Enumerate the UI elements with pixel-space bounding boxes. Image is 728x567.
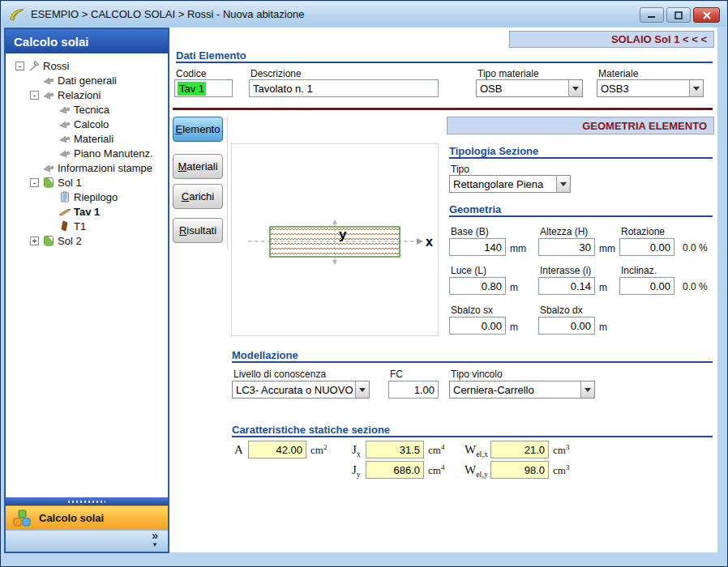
tree-item-tav-1[interactable]: Tav 1 bbox=[6, 204, 168, 219]
materiale-select[interactable]: OSB3 bbox=[597, 79, 704, 97]
wely-field[interactable] bbox=[490, 461, 549, 479]
geometria-elemento-banner: GEOMETRIA ELEMENTO bbox=[447, 117, 714, 134]
minimize-button[interactable] bbox=[640, 7, 664, 23]
sbalzo-dx-unit: m bbox=[599, 322, 607, 333]
tree-item-riepilogo[interactable]: Riepilogo bbox=[6, 190, 168, 204]
interasse-field[interactable] bbox=[538, 277, 595, 295]
collapse-icon[interactable]: - bbox=[30, 178, 39, 187]
geometria-rule bbox=[449, 215, 713, 217]
tree-item-label: Riepilogo bbox=[74, 191, 118, 203]
altezza-field[interactable] bbox=[538, 238, 595, 256]
sbalzo-dx-field[interactable] bbox=[538, 317, 595, 335]
luce-unit: m bbox=[510, 282, 518, 293]
inclinaz-label: Inclinaz. bbox=[621, 265, 657, 276]
tab-risultati[interactable]: Risultati bbox=[173, 218, 223, 243]
dropdown-arrow-icon[interactable] bbox=[556, 176, 570, 192]
altezza-unit: mm bbox=[599, 243, 615, 254]
sbalzo-dx-label: Sbalzo dx bbox=[540, 305, 583, 316]
tree-item-sol-1[interactable]: - Sol 1 bbox=[6, 175, 168, 190]
tree-item-dati-generali[interactable]: Dati generali bbox=[6, 73, 168, 87]
tree-item-label: Rossi bbox=[43, 60, 70, 72]
chevron-down-icon[interactable]: ▼ bbox=[152, 540, 158, 549]
arrow-icon bbox=[58, 147, 71, 159]
tree-item-calcolo[interactable]: Calcolo bbox=[6, 117, 168, 131]
close-button[interactable] bbox=[693, 7, 720, 23]
materiale-label: Materiale bbox=[598, 68, 638, 79]
interasse-unit: m bbox=[599, 282, 607, 293]
welx-field[interactable] bbox=[490, 441, 549, 458]
rotazione-field[interactable] bbox=[619, 238, 674, 256]
area-symbol: A bbox=[234, 443, 243, 458]
maximize-button[interactable] bbox=[666, 7, 691, 23]
title-bar: ESEMPIO > CALCOLO SOLAI > Rossi - Nuova … bbox=[2, 2, 726, 27]
descrizione-field[interactable] bbox=[249, 79, 439, 97]
tree-item-rossi[interactable]: - Rossi bbox=[6, 58, 168, 73]
livello-conoscenza-select[interactable]: LC3- Accurata o NUOVO bbox=[232, 381, 370, 399]
tree-item-materiali[interactable]: Materiali bbox=[6, 131, 168, 146]
jy-field[interactable] bbox=[366, 461, 424, 479]
area-field[interactable] bbox=[248, 441, 306, 458]
caratteristiche-rule bbox=[232, 436, 713, 437]
separator-rule bbox=[173, 108, 713, 110]
grip-dots-icon bbox=[68, 501, 105, 503]
notebook-icon bbox=[42, 177, 55, 188]
tipo-sezione-select[interactable]: Rettangolare Piena bbox=[449, 175, 571, 193]
tab-materiali[interactable]: Materiali bbox=[173, 154, 223, 179]
tipo-materiale-select[interactable]: OSB bbox=[476, 79, 583, 97]
tree-item-label: Dati generali bbox=[58, 75, 117, 87]
tree-item-t1[interactable]: T1 bbox=[6, 219, 168, 233]
codice-label: Codice bbox=[176, 68, 206, 79]
tree-item-tecnica[interactable]: Tecnica bbox=[6, 102, 168, 117]
solaio-banner-label: SOLAIO Sol 1 < < < bbox=[611, 33, 707, 45]
tree-item-piano-manutenz[interactable]: Piano Manutenz. bbox=[6, 146, 168, 160]
jx-field[interactable] bbox=[366, 441, 424, 458]
solaio-banner: SOLAIO Sol 1 < < < bbox=[509, 31, 714, 48]
window-title: ESEMPIO > CALCOLO SOLAI > Rossi - Nuova … bbox=[31, 8, 304, 20]
geometria-elemento-label: GEOMETRIA ELEMENTO bbox=[582, 120, 707, 132]
nav-pane-splitter[interactable] bbox=[6, 497, 168, 505]
nav-module-calcolo-solai[interactable]: Calcolo solai bbox=[6, 505, 168, 530]
dropdown-arrow-icon[interactable] bbox=[568, 80, 582, 96]
arrow-icon bbox=[42, 89, 55, 100]
rotazione-percent: 0.0 % bbox=[683, 242, 708, 254]
tab-carichi[interactable]: Carichi bbox=[173, 184, 223, 209]
dropdown-arrow-icon[interactable] bbox=[355, 382, 369, 398]
dati-elemento-rule bbox=[176, 62, 713, 63]
nav-pane-title: Calcolo solai bbox=[6, 29, 168, 53]
collapse-icon[interactable]: - bbox=[30, 91, 39, 100]
tipologia-heading: Tipologia Sezione bbox=[449, 145, 538, 157]
area-unit: cm2 bbox=[310, 443, 327, 457]
tab-elemento[interactable]: Elemento bbox=[173, 117, 223, 142]
section-drawing: y x bbox=[232, 144, 438, 335]
jx-unit: cm4 bbox=[428, 443, 444, 457]
sbalzo-sx-label: Sbalzo sx bbox=[451, 305, 493, 316]
tipo-vincolo-select[interactable]: Cerniera-Carrello bbox=[449, 381, 595, 399]
tree-item-label: Tecnica bbox=[74, 104, 109, 116]
nav-pane-options[interactable]: » ▼ bbox=[6, 530, 168, 552]
jx-symbol: Jx bbox=[352, 443, 361, 458]
tree-item-informazioni-stampe[interactable]: Informazioni stampe bbox=[6, 160, 168, 175]
notebook-icon bbox=[42, 235, 55, 246]
base-field[interactable] bbox=[449, 238, 506, 256]
project-tree: - Rossi Dati generali - Relazioni bbox=[6, 53, 168, 497]
sbalzo-sx-field[interactable] bbox=[449, 317, 506, 335]
expand-icon[interactable]: + bbox=[30, 237, 39, 245]
navigation-pane: Calcolo solai - Rossi Dati generali - bbox=[4, 28, 169, 553]
inclinaz-field[interactable] bbox=[619, 277, 674, 295]
chevron-double-right-icon[interactable]: » bbox=[152, 531, 158, 540]
collapse-icon[interactable]: - bbox=[15, 62, 24, 70]
tipologia-rule bbox=[449, 157, 713, 159]
tree-item-relazioni[interactable]: - Relazioni bbox=[6, 87, 168, 102]
tree-item-label: Materiali bbox=[74, 133, 113, 145]
fc-field[interactable] bbox=[388, 381, 439, 399]
fc-label: FC bbox=[390, 369, 403, 380]
arrow-icon bbox=[58, 104, 71, 115]
luce-field[interactable] bbox=[449, 277, 506, 295]
codice-field[interactable]: Tav 1 bbox=[174, 79, 233, 97]
dropdown-arrow-icon[interactable] bbox=[689, 80, 703, 96]
main-content: SOLAIO Sol 1 < < < Dati Elemento Codice … bbox=[169, 28, 717, 552]
tree-item-sol-2[interactable]: + Sol 2 bbox=[6, 233, 168, 248]
tipo-vincolo-value: Cerniera-Carrello bbox=[450, 384, 580, 396]
dropdown-arrow-icon[interactable] bbox=[580, 382, 594, 398]
cubes-icon bbox=[12, 509, 32, 527]
